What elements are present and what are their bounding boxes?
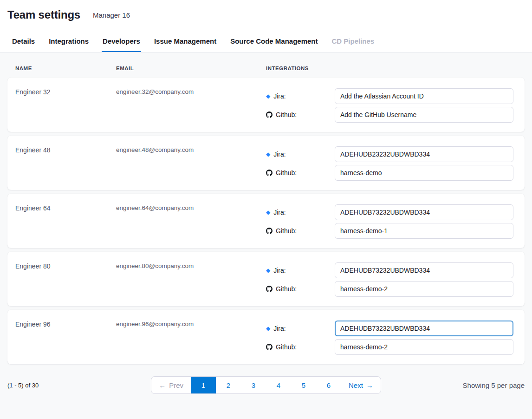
jira-integration-row: ◆ Jira: (266, 321, 517, 336)
github-field-label: Github: (266, 169, 335, 177)
jira-icon: ◆ (266, 210, 270, 215)
developer-email: engineer.32@company.com (116, 78, 266, 132)
per-page-text: Showing 5 per page (381, 381, 525, 389)
github-label: Github: (276, 285, 297, 293)
github-icon (266, 344, 272, 350)
title-divider (87, 10, 87, 20)
github-field-label: Github: (266, 111, 335, 118)
developers-table: NAME EMAIL INTEGRATIONS Engineer 32 engi… (0, 52, 532, 364)
developer-name: Engineer 32 (15, 78, 116, 132)
github-integration-row: Github: (266, 165, 517, 181)
github-label: Github: (276, 343, 297, 351)
page-title: Team settings (7, 8, 80, 21)
github-field-label: Github: (266, 343, 335, 351)
jira-icon: ◆ (266, 326, 270, 331)
jira-integration-row: ◆ Jira: (266, 88, 517, 104)
github-integration-row: Github: (266, 107, 517, 123)
developer-email: engineer.64@company.com (116, 194, 266, 248)
jira-account-input[interactable] (335, 204, 513, 220)
developer-name: Engineer 64 (15, 194, 116, 248)
tab-issue-management[interactable]: Issue Management (153, 30, 217, 52)
developer-name: Engineer 48 (15, 136, 116, 190)
integrations-cell: ◆ Jira: Github: (266, 310, 517, 364)
github-integration-row: Github: (266, 223, 517, 239)
next-button[interactable]: Next → (341, 377, 381, 393)
next-label: Next (349, 381, 363, 389)
developer-row: Engineer 64 engineer.64@company.com ◆ Ji… (7, 194, 525, 248)
github-icon (266, 170, 272, 176)
tab-developers[interactable]: Developers (102, 30, 141, 52)
github-icon (266, 111, 272, 118)
integrations-cell: ◆ Jira: Github: (266, 252, 517, 306)
developer-email: engineer.48@company.com (116, 136, 266, 190)
github-field-label: Github: (266, 285, 335, 293)
jira-integration-row: ◆ Jira: (266, 146, 517, 162)
github-label: Github: (276, 227, 297, 235)
developer-email: engineer.96@company.com (116, 310, 266, 364)
github-label: Github: (276, 111, 297, 118)
jira-account-input[interactable] (335, 146, 513, 162)
developer-row: Engineer 96 engineer.96@company.com ◆ Ji… (7, 310, 525, 364)
tab-integrations[interactable]: Integrations (48, 30, 90, 52)
jira-integration-row: ◆ Jira: (266, 262, 517, 278)
github-username-input[interactable] (335, 281, 513, 297)
column-header-name: NAME (15, 65, 116, 71)
table-header-row: NAME EMAIL INTEGRATIONS (7, 52, 525, 78)
github-username-input[interactable] (335, 165, 513, 181)
developer-row: Engineer 32 engineer.32@company.com ◆ Ji… (7, 78, 525, 132)
team-name: Manager 16 (93, 11, 130, 19)
developer-name: Engineer 96 (15, 310, 116, 364)
jira-account-input[interactable] (335, 262, 513, 278)
page-button-1[interactable]: 1 (191, 377, 216, 393)
jira-icon: ◆ (266, 268, 270, 273)
column-header-email: EMAIL (116, 65, 266, 71)
jira-label: Jira: (273, 92, 285, 100)
tab-source-code-management[interactable]: Source Code Management (229, 30, 318, 52)
arrow-right-icon: → (366, 382, 373, 389)
integrations-cell: ◆ Jira: Github: (266, 78, 517, 132)
page-button-2[interactable]: 2 (216, 377, 241, 393)
github-integration-row: Github: (266, 281, 517, 297)
jira-account-input[interactable] (335, 321, 513, 336)
jira-field-label: ◆ Jira: (266, 267, 335, 274)
page-header: Team settings Manager 16 (0, 0, 532, 30)
prev-label: Prev (169, 381, 183, 389)
jira-field-label: ◆ Jira: (266, 151, 335, 158)
github-icon (266, 228, 272, 234)
pagination-range: (1 - 5) of 30 (7, 382, 151, 389)
jira-account-input[interactable] (335, 88, 513, 104)
github-icon (266, 286, 272, 292)
prev-button[interactable]: ← Prev (151, 377, 191, 393)
pagination-bar: (1 - 5) of 30 ← Prev 1 2 3 4 5 6 Next → … (0, 376, 532, 394)
tab-cd-pipelines: CD Pipelines (331, 30, 376, 52)
page-button-6[interactable]: 6 (316, 377, 341, 393)
column-header-integrations: INTEGRATIONS (266, 65, 517, 71)
developer-row: Engineer 80 engineer.80@company.com ◆ Ji… (7, 252, 525, 306)
page-button-3[interactable]: 3 (241, 377, 266, 393)
jira-icon: ◆ (266, 151, 270, 157)
jira-field-label: ◆ Jira: (266, 209, 335, 216)
tab-bar: Details Integrations Developers Issue Ma… (0, 30, 532, 52)
github-username-input[interactable] (335, 339, 513, 355)
arrow-left-icon: ← (159, 382, 166, 389)
jira-label: Jira: (273, 209, 285, 216)
pager: ← Prev 1 2 3 4 5 6 Next → (151, 376, 381, 394)
developer-name: Engineer 80 (15, 252, 116, 306)
jira-label: Jira: (273, 151, 285, 158)
jira-label: Jira: (273, 267, 285, 274)
jira-field-label: ◆ Jira: (266, 325, 335, 332)
page-button-4[interactable]: 4 (266, 377, 291, 393)
github-username-input[interactable] (335, 107, 513, 123)
github-field-label: Github: (266, 227, 335, 235)
tab-details[interactable]: Details (11, 30, 36, 52)
developer-row: Engineer 48 engineer.48@company.com ◆ Ji… (7, 136, 525, 190)
github-label: Github: (276, 169, 297, 177)
jira-field-label: ◆ Jira: (266, 92, 335, 100)
developer-email: engineer.80@company.com (116, 252, 266, 306)
github-username-input[interactable] (335, 223, 513, 239)
jira-integration-row: ◆ Jira: (266, 204, 517, 220)
page-button-5[interactable]: 5 (291, 377, 316, 393)
integrations-cell: ◆ Jira: Github: (266, 194, 517, 248)
jira-icon: ◆ (266, 93, 270, 99)
github-integration-row: Github: (266, 339, 517, 355)
